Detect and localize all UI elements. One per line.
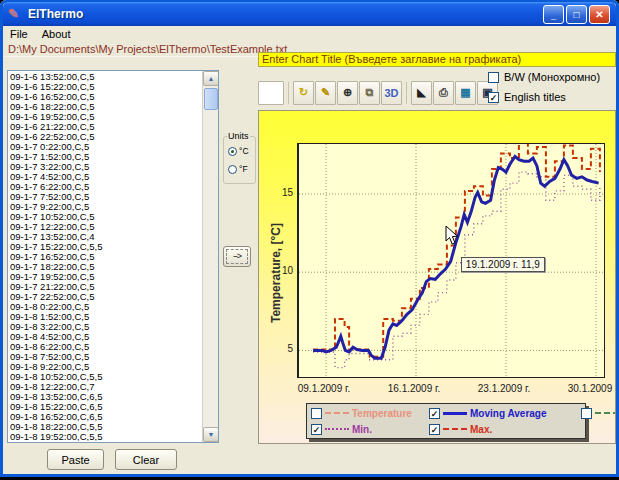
- zoom-in-icon[interactable]: ⊕: [337, 81, 358, 105]
- bw-checkbox[interactable]: [488, 72, 499, 83]
- list-item[interactable]: 09-1-8 19:52:00,C,5,5: [10, 432, 201, 441]
- chart-series-svg: [299, 144, 605, 377]
- chart-panel: Temperature, [°C] 19.1.2009 г. 11,9 Temp…: [258, 110, 616, 444]
- fahrenheit-radio[interactable]: [228, 165, 237, 174]
- y-axis-tick-label: 15: [273, 187, 293, 198]
- legend-item-min: ✓Min.: [311, 422, 429, 436]
- legend-item-temperature: Temperature: [311, 406, 429, 420]
- minimize-button[interactable]: _: [543, 5, 564, 24]
- window-title: ElThermo: [28, 7, 83, 21]
- chart-axes-icon[interactable]: ◣: [411, 81, 432, 105]
- units-group-label: Units: [227, 131, 250, 141]
- title-bar[interactable]: ✎ ElThermo _ □ ✕: [3, 2, 616, 26]
- close-button[interactable]: ✕: [589, 5, 610, 24]
- mouse-cursor-icon: [445, 226, 459, 246]
- chart-legend: Temperature✓Moving AverageTrend✓Min.✓Max…: [306, 403, 586, 439]
- scrollbar[interactable]: ▲ ▼: [202, 71, 218, 442]
- menu-file[interactable]: File: [3, 28, 35, 40]
- celsius-radio[interactable]: [228, 147, 237, 156]
- fahrenheit-label: °F: [239, 164, 248, 174]
- app-window: ✎ ElThermo _ □ ✕ File About D:\My Docume…: [0, 0, 619, 477]
- maximize-button[interactable]: □: [566, 5, 587, 24]
- legend-checkbox-trend[interactable]: [581, 408, 592, 419]
- y-axis-tick-label: 10: [273, 265, 293, 276]
- legend-line-sample: [325, 412, 349, 414]
- english-titles-checkbox[interactable]: ✓: [488, 92, 499, 103]
- celsius-label: °C: [239, 146, 249, 156]
- x-axis-tick-label: 30.1.2009 г.: [559, 383, 616, 394]
- bw-checkbox-label: B/W (Монохромно): [504, 71, 600, 83]
- legend-item-moving-average: ✓Moving Average: [429, 406, 581, 420]
- legend-label: Max.: [470, 424, 492, 435]
- legend-label: Temperature: [352, 408, 412, 419]
- legend-line-sample: [325, 428, 349, 430]
- blank-button[interactable]: [258, 81, 284, 105]
- legend-checkbox-moving-average[interactable]: ✓: [429, 408, 440, 419]
- app-pencil-icon: ✎: [8, 6, 24, 22]
- legend-line-sample: [443, 412, 467, 415]
- print-icon[interactable]: ⎙: [433, 81, 454, 105]
- x-axis-tick-label: 16.1.2009 г.: [379, 383, 449, 394]
- data-listbox[interactable]: 09-1-6 13:52:00,C,509-1-6 15:22:00,C,509…: [7, 70, 219, 443]
- edit-icon[interactable]: ✎: [315, 81, 336, 105]
- english-titles-label: English titles: [504, 91, 566, 103]
- legend-checkbox-min[interactable]: ✓: [311, 424, 322, 435]
- data-list: 09-1-6 13:52:00,C,509-1-6 15:22:00,C,509…: [10, 72, 201, 441]
- arrow-right-icon: -->: [226, 249, 248, 264]
- data-point-tooltip: 19.1.2009 г. 11,9: [461, 257, 545, 272]
- legend-checkbox-max[interactable]: ✓: [429, 424, 440, 435]
- toolbar-separator: [403, 82, 407, 104]
- legend-checkbox-temperature[interactable]: [311, 408, 322, 419]
- copy-page-icon[interactable]: ⧉: [359, 81, 380, 105]
- x-axis-tick-label: 23.1.2009 г.: [469, 383, 539, 394]
- transfer-to-chart-button[interactable]: -->: [223, 246, 251, 267]
- legend-line-sample: [595, 412, 616, 414]
- scroll-down-icon[interactable]: ▼: [203, 427, 219, 442]
- chart-title-input[interactable]: Enter Chart Title (Въведете заглавие на …: [258, 52, 616, 67]
- legend-label: Min.: [352, 424, 372, 435]
- x-axis-tick-label: 09.1.2009 г.: [289, 383, 359, 394]
- legend-item-trend: Trend: [581, 406, 616, 420]
- scroll-thumb[interactable]: [204, 88, 218, 110]
- legend-item-max: ✓Max.: [429, 422, 581, 436]
- legend-line-sample: [443, 428, 467, 430]
- plot-area[interactable]: [297, 143, 605, 378]
- paste-button[interactable]: Paste: [47, 449, 104, 470]
- refresh-icon[interactable]: ↻: [293, 81, 314, 105]
- 3d-view-icon[interactable]: 3D: [381, 81, 402, 105]
- units-groupbox: Units °C °F: [223, 136, 256, 184]
- clear-button[interactable]: Clear: [115, 449, 177, 470]
- scroll-up-icon[interactable]: ▲: [203, 71, 219, 86]
- chart-toolbar: ↻✎⊕⧉3D◣⎙▦▣: [258, 79, 498, 106]
- menu-bar: File About: [3, 26, 616, 42]
- image-export-icon[interactable]: ▦: [455, 81, 476, 105]
- y-axis-tick-label: 5: [273, 343, 293, 354]
- legend-label: Moving Average: [470, 408, 547, 419]
- toolbar-separator: [285, 82, 289, 104]
- menu-about[interactable]: About: [35, 28, 78, 40]
